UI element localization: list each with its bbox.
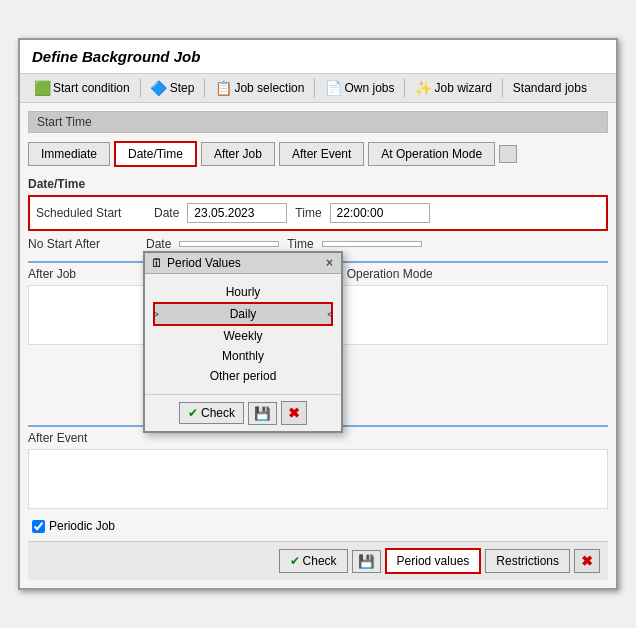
after-event-panel-title: After Event [28, 431, 608, 445]
after-event-panel-content [28, 449, 608, 509]
restrictions-label: Restrictions [496, 554, 559, 568]
no-start-after-date-label: Date [146, 237, 171, 251]
section-header-label: Start Time [37, 115, 92, 129]
at-operation-mode-panel-title: At Operation Mode [332, 267, 608, 281]
scheduled-start-label: Scheduled Start [36, 206, 146, 220]
tab-after-event[interactable]: After Event [279, 142, 364, 166]
toolbar-own-jobs[interactable]: 📄 Own jobs [319, 77, 400, 99]
popup-cancel-button[interactable]: ✖ [281, 401, 307, 425]
period-hourly-label: Hourly [161, 285, 325, 299]
tab-after-job[interactable]: After Job [201, 142, 275, 166]
popup-footer: ✔ Check 💾 ✖ [145, 394, 341, 431]
toolbar-separator-4 [404, 78, 405, 98]
scheduled-start-time-value[interactable]: 22:00:00 [330, 203, 430, 223]
period-item-hourly[interactable]: Hourly [153, 282, 333, 302]
datetime-section-label: Date/Time [28, 177, 608, 191]
tab-extra-btn[interactable] [499, 145, 517, 163]
period-values-button[interactable]: Period values [385, 548, 482, 574]
popup-check-button[interactable]: ✔ Check [179, 402, 244, 424]
toolbar-separator-3 [314, 78, 315, 98]
period-weekly-label: Weekly [161, 329, 325, 343]
period-monthly-label: Monthly [161, 349, 325, 363]
toolbar-standard-jobs[interactable]: Standard jobs [507, 78, 593, 98]
no-start-after-time-label: Time [287, 237, 313, 251]
at-operation-mode-panel: At Operation Mode [332, 261, 608, 345]
popup-close-button[interactable]: × [324, 256, 335, 270]
toolbar-start-condition[interactable]: 🟩 Start condition [28, 77, 136, 99]
bottom-cancel-button[interactable]: ✖ [574, 549, 600, 573]
periodic-job-label: Periodic Job [49, 519, 115, 533]
toolbar-separator-2 [204, 78, 205, 98]
period-item-other[interactable]: Other period [153, 366, 333, 386]
second-panels-row: After Event [28, 425, 608, 509]
period-values-popup: 🗓 Period Values × Hourly > Daily < [143, 251, 343, 433]
scheduled-start-date-value[interactable]: 23.05.2023 [187, 203, 287, 223]
toolbar-job-wizard[interactable]: ✨ Job wizard [409, 77, 497, 99]
popup-icon: 🗓 [151, 256, 163, 270]
popup-check-label: Check [201, 406, 235, 420]
bottom-toolbar: ✔ Check 💾 Period values Restrictions ✖ [28, 541, 608, 580]
job-wizard-icon: ✨ [415, 80, 431, 96]
toolbar-start-condition-label: Start condition [53, 81, 130, 95]
toolbar-separator-1 [140, 78, 141, 98]
toolbar-step-label: Step [170, 81, 195, 95]
bottom-save-button[interactable]: 💾 [352, 550, 381, 573]
bottom-check-icon: ✔ [290, 554, 300, 568]
popup-title-text: Period Values [167, 256, 241, 270]
period-item-monthly[interactable]: Monthly [153, 346, 333, 366]
scheduled-start-time-label: Time [295, 206, 321, 220]
popup-save-button[interactable]: 💾 [248, 402, 277, 425]
periodic-job-checkbox[interactable] [32, 520, 45, 533]
start-condition-icon: 🟩 [34, 80, 50, 96]
toolbar-separator-5 [502, 78, 503, 98]
period-daily-label: Daily [163, 307, 323, 321]
period-item-daily[interactable]: > Daily < [153, 302, 333, 326]
checkbox-row: Periodic Job [28, 519, 608, 533]
restrictions-button[interactable]: Restrictions [485, 549, 570, 573]
panels-wrapper: After Job At Operation Mode 🗓 Period Val… [28, 261, 608, 509]
popup-body: Hourly > Daily < Weekly Monthly Other pe [145, 274, 341, 394]
toolbar-step[interactable]: 🔷 Step [145, 77, 201, 99]
toolbar-job-selection[interactable]: 📋 Job selection [209, 77, 310, 99]
toolbar-job-wizard-label: Job wizard [434, 81, 491, 95]
scheduled-start-date-label: Date [154, 206, 179, 220]
main-window: Define Background Job 🟩 Start condition … [18, 38, 618, 590]
no-start-after-date-value[interactable] [179, 241, 279, 247]
bottom-check-button[interactable]: ✔ Check [279, 549, 348, 573]
no-start-after-time-value[interactable] [322, 241, 422, 247]
scheduled-start-row: Scheduled Start Date 23.05.2023 Time 22:… [36, 201, 600, 225]
period-values-label: Period values [397, 554, 470, 568]
toolbar-own-jobs-label: Own jobs [344, 81, 394, 95]
tab-at-operation-mode[interactable]: At Operation Mode [368, 142, 495, 166]
period-item-weekly[interactable]: Weekly [153, 326, 333, 346]
popup-title: 🗓 Period Values [151, 256, 241, 270]
section-header-start-time: Start Time [28, 111, 608, 133]
after-event-panel: After Event [28, 425, 608, 509]
tab-row: Immediate Date/Time After Job After Even… [28, 141, 608, 167]
popup-header: 🗓 Period Values × [145, 253, 341, 274]
toolbar-job-selection-label: Job selection [234, 81, 304, 95]
tab-date-time[interactable]: Date/Time [114, 141, 197, 167]
main-content: Start Time Immediate Date/Time After Job… [20, 103, 616, 588]
no-start-after-label: No Start After [28, 237, 138, 251]
daily-arrow-right: < [327, 309, 333, 320]
job-selection-icon: 📋 [215, 80, 231, 96]
tab-immediate[interactable]: Immediate [28, 142, 110, 166]
own-jobs-icon: 📄 [325, 80, 341, 96]
at-operation-mode-panel-content [332, 285, 608, 345]
period-other-label: Other period [161, 369, 325, 383]
toolbar-standard-jobs-label: Standard jobs [513, 81, 587, 95]
datetime-box: Scheduled Start Date 23.05.2023 Time 22:… [28, 195, 608, 231]
bottom-save-icon: 💾 [358, 554, 375, 569]
toolbar: 🟩 Start condition 🔷 Step 📋 Job selection… [20, 74, 616, 103]
bottom-check-label: Check [303, 554, 337, 568]
popup-check-icon: ✔ [188, 406, 198, 420]
daily-arrow-left: > [153, 309, 159, 320]
popup-save-icon: 💾 [254, 406, 271, 421]
step-icon: 🔷 [151, 80, 167, 96]
window-title: Define Background Job [20, 40, 616, 74]
